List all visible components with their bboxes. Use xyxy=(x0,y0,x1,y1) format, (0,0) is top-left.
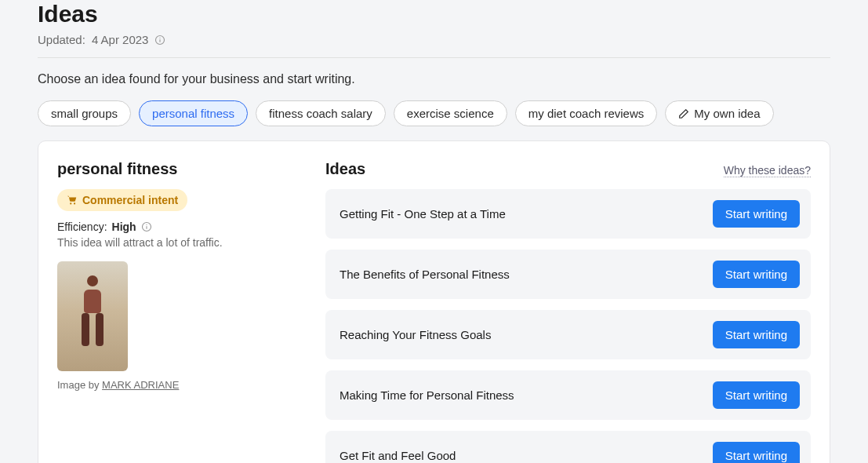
chip-my-own-idea[interactable]: My own idea xyxy=(665,100,773,126)
chip-label: My own idea xyxy=(694,107,760,120)
chip-label: personal fitness xyxy=(152,107,234,120)
idea-row: The Benefits of Personal FitnessStart wr… xyxy=(325,250,811,299)
start-writing-button[interactable]: Start writing xyxy=(713,261,800,288)
topic-title: personal fitness xyxy=(57,160,300,178)
updated-prefix: Updated: xyxy=(38,33,85,46)
intent-badge-label: Commercial intent xyxy=(82,194,178,206)
idea-title: Reaching Your Fitness Goals xyxy=(340,328,491,341)
page-title: Ideas xyxy=(38,0,830,28)
svg-point-7 xyxy=(146,224,147,225)
efficiency-row: Efficiency: High xyxy=(57,221,300,233)
chip-label: fitness coach salary xyxy=(269,107,372,120)
chip-label: exercise science xyxy=(407,107,494,120)
start-writing-button[interactable]: Start writing xyxy=(713,381,800,409)
start-writing-button[interactable]: Start writing xyxy=(713,442,800,463)
start-writing-button[interactable]: Start writing xyxy=(713,321,800,348)
cart-icon xyxy=(67,195,78,206)
detail-card: personal fitness Commercial intent Effic… xyxy=(38,140,830,463)
intro-text: Choose an idea found for your business a… xyxy=(38,72,830,86)
detail-left: personal fitness Commercial intent Effic… xyxy=(57,160,300,463)
efficiency-value: High xyxy=(112,221,136,233)
topic-thumbnail[interactable] xyxy=(57,261,128,371)
idea-title: Get Fit and Feel Good xyxy=(340,449,456,462)
why-these-ideas-link[interactable]: Why these ideas? xyxy=(724,164,811,177)
intent-badge: Commercial intent xyxy=(57,189,187,211)
divider xyxy=(38,57,830,58)
chip-row: small groupspersonal fitnessfitness coac… xyxy=(38,100,830,126)
updated-date: 4 Apr 2023 xyxy=(92,33,149,46)
svg-point-2 xyxy=(160,37,161,38)
efficiency-label: Efficiency: xyxy=(57,221,107,233)
chip-small-groups[interactable]: small groups xyxy=(38,100,131,126)
idea-list: Getting Fit - One Step at a TimeStart wr… xyxy=(325,189,811,463)
chip-personal-fitness[interactable]: personal fitness xyxy=(139,100,248,126)
ideas-panel: Ideas Why these ideas? Getting Fit - One… xyxy=(325,160,811,463)
idea-title: Making Time for Personal Fitness xyxy=(340,388,514,402)
chip-exercise-science[interactable]: exercise science xyxy=(394,100,507,126)
chip-my-diet-coach-reviews[interactable]: my diet coach reviews xyxy=(515,100,658,126)
pencil-icon xyxy=(678,108,689,119)
start-writing-button[interactable]: Start writing xyxy=(713,200,800,228)
chip-label: small groups xyxy=(51,107,118,120)
info-icon[interactable] xyxy=(141,221,152,232)
svg-point-3 xyxy=(70,202,71,204)
efficiency-desc: This idea will attract a lot of traffic. xyxy=(57,236,300,249)
info-icon[interactable] xyxy=(154,35,165,46)
updated-row: Updated: 4 Apr 2023 xyxy=(38,33,830,46)
idea-row: Getting Fit - One Step at a TimeStart wr… xyxy=(325,189,811,239)
idea-title: The Benefits of Personal Fitness xyxy=(340,268,510,281)
chip-label: my diet coach reviews xyxy=(528,107,645,120)
chip-fitness-coach-salary[interactable]: fitness coach salary xyxy=(256,100,386,126)
image-credit-prefix: Image by xyxy=(57,379,102,391)
svg-point-4 xyxy=(74,202,75,204)
idea-title: Getting Fit - One Step at a Time xyxy=(340,207,506,221)
idea-row: Get Fit and Feel GoodStart writing xyxy=(325,431,811,463)
ideas-heading: Ideas xyxy=(325,160,365,178)
idea-row: Making Time for Personal FitnessStart wr… xyxy=(325,370,811,420)
ideas-panel-header: Ideas Why these ideas? xyxy=(325,160,811,178)
idea-row: Reaching Your Fitness GoalsStart writing xyxy=(325,310,811,359)
image-credit: Image by MARK ADRIANE xyxy=(57,379,300,391)
image-author-link[interactable]: MARK ADRIANE xyxy=(102,379,179,391)
